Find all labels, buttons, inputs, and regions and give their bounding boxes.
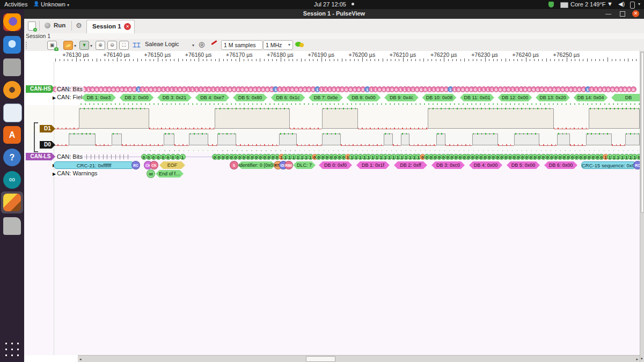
battery-icon[interactable] [630,2,635,9]
scroll-right-arrow-icon[interactable]: ▸ [636,356,638,362]
time-ruler[interactable]: +76130 µs+76140 µs+76150 µs+76160 µs+761… [24,51,640,62]
ruler-tick-icon [88,59,89,61]
close-button[interactable]: ✕ [632,10,639,17]
ruler-tick-icon [321,57,322,62]
user-menu[interactable]: Unknown ▾ [41,1,69,8]
ruler-tick-icon [522,59,522,61]
field-annotation: CRC-21: 0xffffff [54,161,134,169]
clock[interactable]: Jul 27 12:05 [314,1,346,8]
app-grid-icon[interactable] [3,341,21,358]
add-decoder-icon[interactable] [295,42,302,47]
pulseview-app-icon[interactable] [3,194,21,211]
sample-count-combo[interactable]: 1 M samples▾ [221,40,263,50]
ubuntu-software-icon[interactable]: A [3,126,21,144]
expander-icon[interactable]: ▶ [53,172,56,176]
waveform-low-samples [96,144,112,146]
waveform-high-samples [113,133,121,135]
ruler-tick-icon [354,59,355,61]
ruler-tick-icon [562,59,563,61]
ruler-tick-icon [599,59,600,61]
ruler-tick-icon [636,59,636,61]
ruler-tick-icon [358,59,358,61]
thunderbird-icon[interactable] [3,36,21,54]
channels-probe-icon[interactable] [210,41,217,48]
trace-area[interactable]: CAN-HS1110000110000000000011000011110011… [24,62,640,355]
sample-rate-combo[interactable]: 1 MHz▾ [263,40,293,50]
libreoffice-writer-icon[interactable] [3,104,22,122]
ruler-tick-icon [227,59,228,61]
horizontal-scrollbar[interactable]: ◂ ▸ [78,355,640,362]
idle-bit-tick-icon [123,154,124,159]
window-title: Session 1 - PulseView [24,10,644,17]
ruler-tick-icon [100,59,101,61]
help-icon[interactable]: ? [3,149,21,166]
settings-gear-icon[interactable]: ⚙ [76,21,82,29]
open-button[interactable]: 📂 [63,41,73,50]
ruler-tick-icon [538,59,539,61]
device-selector[interactable]: Saleae Logic [145,41,179,47]
vertical-scrollbar[interactable]: ▾ [640,51,644,362]
minimize-button[interactable]: — [605,10,611,17]
can-ls-band [24,152,640,355]
new-session-button[interactable]: ▣+ [47,41,57,50]
waveform-low-samples [612,144,625,146]
open-dropdown-caret-icon[interactable]: ▾ [74,43,76,48]
scroll-left-arrow-icon[interactable]: ◂ [79,356,82,362]
waveform-high-samples [385,133,392,135]
run-button[interactable]: Run [54,22,65,28]
system-menu-caret-icon[interactable]: ▾ [638,2,640,6]
save-dropdown-caret-icon[interactable]: ▾ [90,43,92,48]
ruler-tick-icon [391,59,391,61]
waveform-low-samples [208,144,217,146]
ruler-tick-icon [191,59,191,61]
ruler-tick-icon [145,59,146,61]
firefox-icon[interactable] [3,13,21,31]
wifi-icon[interactable]: ▼ [607,1,613,7]
ruler-tick-icon [223,59,224,61]
ruler-tick-icon [153,59,154,61]
waveform-high-segment [586,134,612,145]
zoom-out-button[interactable]: ⊖ [107,41,117,50]
ruler-tick-icon [292,59,293,61]
restore-button[interactable] [620,11,625,17]
waveform-low-samples [445,144,472,146]
expander-icon[interactable]: ▶ [53,95,56,100]
configure-device-icon[interactable]: ◎ [199,40,204,48]
media-player-icon[interactable] [3,81,21,99]
session-tab[interactable]: Session 1 ✕ [86,20,135,34]
ruler-tick-icon [92,59,93,61]
show-cursors-button[interactable]: ⌶⌶ [133,41,140,49]
sample-dots [145,150,640,151]
row-label-can-bits: CAN: Bits [56,86,84,92]
ruler-tick-icon [141,59,142,61]
channel-tag-can-ls[interactable]: CAN-LS [26,153,55,160]
channel-tag-can-hs[interactable]: CAN-HS [26,85,55,93]
gutter-divider [54,62,54,355]
volume-icon[interactable]: ◀) [618,1,625,8]
device-dropdown-caret-icon[interactable]: ▾ [192,43,194,48]
ruler-tick-icon [428,59,428,61]
files-icon[interactable] [3,58,21,76]
tab-close-icon[interactable]: ✕ [124,23,131,30]
zoom-in-button[interactable]: ⊕ [96,41,105,50]
run-led-icon [45,23,50,28]
ruler-tick-icon [231,59,232,61]
zoom-fit-button[interactable]: ⛶ [119,41,129,50]
ruler-tick-icon [60,59,60,61]
new-session-tab-icon[interactable]: + [28,21,36,31]
sdcard-icon[interactable] [3,217,21,235]
ruler-tick-icon [284,59,285,61]
vertical-scroll-thumb[interactable] [641,52,644,213]
arduino-icon[interactable]: ∞ [3,171,21,189]
waveform-low-samples [122,144,164,146]
horizontal-scroll-thumb[interactable] [306,356,335,362]
waveform-high-samples [70,133,94,135]
waveform-high-samples [190,133,207,135]
save-button[interactable]: ▼ [79,41,89,50]
activities-button[interactable]: Activities [4,1,27,8]
field-annotation: EOF [159,161,185,169]
waveform-low-samples [539,144,557,146]
scroll-down-arrow-icon[interactable]: ▾ [641,355,643,362]
group-bracket[interactable] [34,122,38,152]
ruler-tick-icon [431,59,432,61]
